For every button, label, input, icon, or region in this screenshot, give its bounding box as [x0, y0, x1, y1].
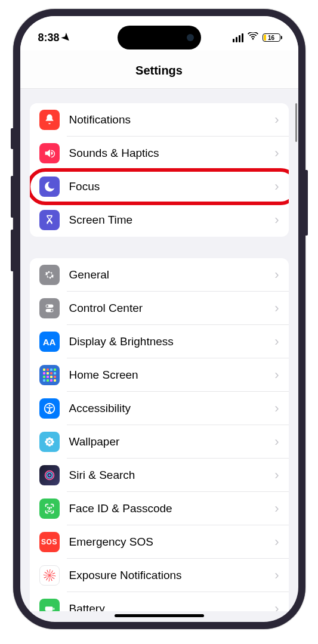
row-label: Siri & Search: [69, 469, 275, 482]
cellular-icon: [233, 33, 243, 42]
phone-frame: 8:38 ➤ 16 Settings: [13, 9, 305, 629]
row-exposure[interactable]: Exposure Notifications ›: [30, 559, 289, 592]
chevron-right-icon: ›: [274, 401, 279, 416]
svg-rect-20: [45, 606, 53, 611]
row-general[interactable]: General ›: [30, 258, 289, 292]
row-wallpaper[interactable]: Wallpaper ›: [30, 425, 289, 459]
siri-icon: [39, 465, 60, 485]
svg-point-12: [50, 438, 53, 441]
row-label: Face ID & Passcode: [69, 502, 275, 515]
row-label: General: [69, 268, 275, 281]
row-label: Display & Brightness: [69, 335, 275, 348]
battery-icon: [39, 599, 60, 611]
accessibility-icon: [39, 398, 60, 419]
side-buttons-right: [305, 170, 308, 236]
row-label: Accessibility: [69, 402, 275, 415]
clock: 8:38: [38, 32, 60, 44]
row-accessibility[interactable]: Accessibility ›: [30, 392, 289, 425]
battery-percent: 16: [268, 35, 274, 41]
row-label: Focus: [69, 180, 275, 193]
scrollbar[interactable]: [295, 103, 297, 142]
switches-icon: [39, 298, 60, 318]
home-indicator[interactable]: [115, 614, 204, 617]
chevron-right-icon: ›: [274, 367, 279, 383]
chevron-right-icon: ›: [274, 501, 279, 516]
face-icon: [39, 499, 60, 519]
home-grid-icon: [39, 365, 60, 385]
row-display[interactable]: AA Display & Brightness ›: [30, 325, 289, 358]
svg-point-6: [48, 441, 51, 443]
row-label: Screen Time: [69, 213, 275, 227]
chevron-right-icon: ›: [274, 534, 279, 550]
camera-dot: [187, 34, 194, 41]
gear-icon: [39, 265, 60, 285]
chevron-right-icon: ›: [274, 467, 279, 483]
row-homescreen[interactable]: Home Screen ›: [30, 358, 289, 392]
row-label: Emergency SOS: [69, 535, 275, 549]
svg-point-14: [50, 442, 53, 445]
row-label: Wallpaper: [69, 435, 275, 448]
volume-up-button[interactable]: [11, 176, 13, 218]
screen: 8:38 ➤ 16 Settings: [20, 16, 298, 622]
mute-switch[interactable]: [11, 128, 13, 149]
status-right: 16: [233, 32, 280, 43]
exposure-icon: [39, 565, 60, 586]
row-controlcenter[interactable]: Control Center ›: [30, 292, 289, 325]
chevron-right-icon: ›: [274, 301, 279, 316]
chevron-right-icon: ›: [274, 112, 279, 128]
power-button[interactable]: [305, 170, 308, 236]
chevron-right-icon: ›: [274, 334, 279, 349]
chevron-right-icon: ›: [274, 179, 279, 194]
speaker-icon: [39, 143, 60, 163]
svg-point-3: [50, 309, 53, 312]
sos-icon: SOS: [39, 532, 60, 552]
row-label: Control Center: [69, 302, 275, 315]
status-left: 8:38 ➤: [38, 32, 70, 44]
volume-down-button[interactable]: [11, 230, 13, 271]
wifi-icon: [248, 32, 258, 43]
row-label: Sounds & Haptics: [69, 147, 275, 160]
chevron-right-icon: ›: [274, 145, 279, 161]
side-buttons-left: [11, 128, 13, 283]
chevron-right-icon: ›: [274, 601, 279, 611]
row-label: Exposure Notifications: [69, 569, 275, 582]
battery-icon: 16: [263, 33, 280, 42]
row-label: Battery: [69, 602, 275, 611]
hourglass-icon: [39, 210, 60, 230]
chevron-right-icon: ›: [274, 568, 279, 583]
page-title: Settings: [20, 64, 298, 78]
row-notifications[interactable]: Notifications ›: [30, 103, 289, 137]
row-sounds[interactable]: Sounds & Haptics ›: [30, 137, 289, 170]
text-size-icon: AA: [39, 332, 60, 352]
svg-point-19: [51, 507, 51, 508]
svg-point-17: [48, 474, 51, 476]
settings-group-2: General › Control Center › AA Display & …: [30, 258, 289, 611]
nav-header: Settings: [20, 51, 298, 89]
row-sos[interactable]: SOS Emergency SOS ›: [30, 525, 289, 559]
row-screentime[interactable]: Screen Time ›: [30, 203, 289, 237]
bell-icon: [39, 110, 60, 130]
row-focus[interactable]: Focus ›: [30, 170, 289, 203]
svg-point-2: [46, 305, 48, 308]
chevron-right-icon: ›: [274, 434, 279, 450]
svg-point-5: [48, 405, 50, 407]
svg-point-13: [46, 442, 49, 445]
row-faceid[interactable]: Face ID & Passcode ›: [30, 492, 289, 525]
row-siri[interactable]: Siri & Search ›: [30, 459, 289, 492]
svg-point-18: [47, 507, 48, 508]
svg-point-11: [46, 438, 49, 441]
row-battery[interactable]: Battery ›: [30, 592, 289, 611]
chevron-right-icon: ›: [274, 267, 279, 283]
location-icon: ➤: [58, 30, 73, 45]
dynamic-island: [118, 26, 201, 49]
chevron-right-icon: ›: [274, 212, 279, 228]
moon-icon: [39, 177, 60, 197]
content[interactable]: Notifications › Sounds & Haptics › Focus…: [20, 89, 298, 611]
row-label: Home Screen: [69, 369, 275, 382]
flower-icon: [39, 432, 60, 452]
row-label: Notifications: [69, 113, 275, 126]
settings-group-1: Notifications › Sounds & Haptics › Focus…: [30, 103, 289, 237]
svg-rect-21: [53, 608, 54, 610]
